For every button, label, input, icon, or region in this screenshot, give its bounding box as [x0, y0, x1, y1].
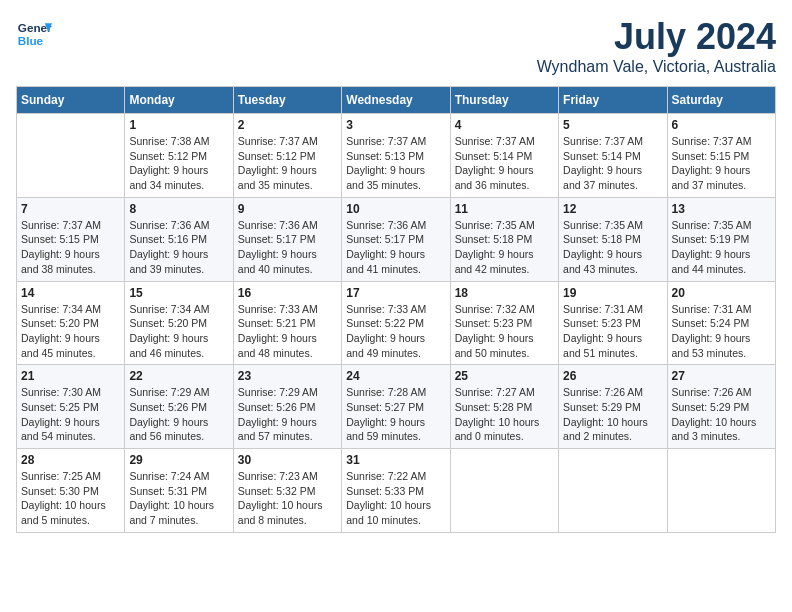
calendar-cell: 19Sunrise: 7:31 AMSunset: 5:23 PMDayligh…	[559, 281, 667, 365]
day-number: 18	[455, 286, 554, 300]
weekday-header-thursday: Thursday	[450, 87, 558, 114]
month-title: July 2024	[537, 16, 776, 58]
calendar-week-2: 7Sunrise: 7:37 AMSunset: 5:15 PMDaylight…	[17, 197, 776, 281]
calendar-cell: 29Sunrise: 7:24 AMSunset: 5:31 PMDayligh…	[125, 449, 233, 533]
day-number: 11	[455, 202, 554, 216]
calendar-cell: 25Sunrise: 7:27 AMSunset: 5:28 PMDayligh…	[450, 365, 558, 449]
day-number: 22	[129, 369, 228, 383]
day-number: 21	[21, 369, 120, 383]
day-detail: Sunrise: 7:34 AMSunset: 5:20 PMDaylight:…	[21, 302, 120, 361]
day-number: 2	[238, 118, 337, 132]
calendar-cell: 2Sunrise: 7:37 AMSunset: 5:12 PMDaylight…	[233, 114, 341, 198]
calendar-cell: 17Sunrise: 7:33 AMSunset: 5:22 PMDayligh…	[342, 281, 450, 365]
calendar-cell: 8Sunrise: 7:36 AMSunset: 5:16 PMDaylight…	[125, 197, 233, 281]
day-number: 23	[238, 369, 337, 383]
day-number: 19	[563, 286, 662, 300]
weekday-header-wednesday: Wednesday	[342, 87, 450, 114]
weekday-header-saturday: Saturday	[667, 87, 775, 114]
day-number: 29	[129, 453, 228, 467]
day-number: 31	[346, 453, 445, 467]
weekday-header-tuesday: Tuesday	[233, 87, 341, 114]
day-detail: Sunrise: 7:37 AMSunset: 5:14 PMDaylight:…	[455, 134, 554, 193]
day-number: 25	[455, 369, 554, 383]
day-number: 30	[238, 453, 337, 467]
day-detail: Sunrise: 7:37 AMSunset: 5:15 PMDaylight:…	[21, 218, 120, 277]
day-detail: Sunrise: 7:37 AMSunset: 5:15 PMDaylight:…	[672, 134, 771, 193]
day-detail: Sunrise: 7:36 AMSunset: 5:16 PMDaylight:…	[129, 218, 228, 277]
day-detail: Sunrise: 7:25 AMSunset: 5:30 PMDaylight:…	[21, 469, 120, 528]
day-number: 27	[672, 369, 771, 383]
day-detail: Sunrise: 7:37 AMSunset: 5:12 PMDaylight:…	[238, 134, 337, 193]
day-number: 13	[672, 202, 771, 216]
day-detail: Sunrise: 7:30 AMSunset: 5:25 PMDaylight:…	[21, 385, 120, 444]
calendar-cell	[667, 449, 775, 533]
day-number: 26	[563, 369, 662, 383]
day-number: 10	[346, 202, 445, 216]
day-number: 20	[672, 286, 771, 300]
day-detail: Sunrise: 7:28 AMSunset: 5:27 PMDaylight:…	[346, 385, 445, 444]
calendar-cell	[450, 449, 558, 533]
day-detail: Sunrise: 7:35 AMSunset: 5:19 PMDaylight:…	[672, 218, 771, 277]
day-detail: Sunrise: 7:38 AMSunset: 5:12 PMDaylight:…	[129, 134, 228, 193]
weekday-header-sunday: Sunday	[17, 87, 125, 114]
day-detail: Sunrise: 7:31 AMSunset: 5:24 PMDaylight:…	[672, 302, 771, 361]
calendar-cell: 6Sunrise: 7:37 AMSunset: 5:15 PMDaylight…	[667, 114, 775, 198]
title-block: July 2024 Wyndham Vale, Victoria, Austra…	[537, 16, 776, 76]
location-title: Wyndham Vale, Victoria, Australia	[537, 58, 776, 76]
calendar-cell: 16Sunrise: 7:33 AMSunset: 5:21 PMDayligh…	[233, 281, 341, 365]
calendar-week-3: 14Sunrise: 7:34 AMSunset: 5:20 PMDayligh…	[17, 281, 776, 365]
calendar-cell: 14Sunrise: 7:34 AMSunset: 5:20 PMDayligh…	[17, 281, 125, 365]
day-detail: Sunrise: 7:26 AMSunset: 5:29 PMDaylight:…	[672, 385, 771, 444]
day-detail: Sunrise: 7:35 AMSunset: 5:18 PMDaylight:…	[455, 218, 554, 277]
day-detail: Sunrise: 7:32 AMSunset: 5:23 PMDaylight:…	[455, 302, 554, 361]
day-number: 4	[455, 118, 554, 132]
calendar-cell: 11Sunrise: 7:35 AMSunset: 5:18 PMDayligh…	[450, 197, 558, 281]
calendar-cell: 28Sunrise: 7:25 AMSunset: 5:30 PMDayligh…	[17, 449, 125, 533]
day-number: 5	[563, 118, 662, 132]
day-detail: Sunrise: 7:33 AMSunset: 5:21 PMDaylight:…	[238, 302, 337, 361]
day-detail: Sunrise: 7:24 AMSunset: 5:31 PMDaylight:…	[129, 469, 228, 528]
calendar-cell: 13Sunrise: 7:35 AMSunset: 5:19 PMDayligh…	[667, 197, 775, 281]
day-detail: Sunrise: 7:34 AMSunset: 5:20 PMDaylight:…	[129, 302, 228, 361]
day-detail: Sunrise: 7:29 AMSunset: 5:26 PMDaylight:…	[238, 385, 337, 444]
calendar-cell: 15Sunrise: 7:34 AMSunset: 5:20 PMDayligh…	[125, 281, 233, 365]
svg-text:Blue: Blue	[18, 34, 44, 47]
day-number: 3	[346, 118, 445, 132]
day-number: 15	[129, 286, 228, 300]
weekday-header-friday: Friday	[559, 87, 667, 114]
day-detail: Sunrise: 7:31 AMSunset: 5:23 PMDaylight:…	[563, 302, 662, 361]
day-number: 8	[129, 202, 228, 216]
day-detail: Sunrise: 7:27 AMSunset: 5:28 PMDaylight:…	[455, 385, 554, 444]
day-detail: Sunrise: 7:23 AMSunset: 5:32 PMDaylight:…	[238, 469, 337, 528]
day-detail: Sunrise: 7:37 AMSunset: 5:13 PMDaylight:…	[346, 134, 445, 193]
day-detail: Sunrise: 7:33 AMSunset: 5:22 PMDaylight:…	[346, 302, 445, 361]
day-detail: Sunrise: 7:22 AMSunset: 5:33 PMDaylight:…	[346, 469, 445, 528]
day-number: 12	[563, 202, 662, 216]
calendar-cell: 22Sunrise: 7:29 AMSunset: 5:26 PMDayligh…	[125, 365, 233, 449]
calendar-cell: 5Sunrise: 7:37 AMSunset: 5:14 PMDaylight…	[559, 114, 667, 198]
calendar-cell: 10Sunrise: 7:36 AMSunset: 5:17 PMDayligh…	[342, 197, 450, 281]
weekday-header-monday: Monday	[125, 87, 233, 114]
day-detail: Sunrise: 7:35 AMSunset: 5:18 PMDaylight:…	[563, 218, 662, 277]
calendar-week-1: 1Sunrise: 7:38 AMSunset: 5:12 PMDaylight…	[17, 114, 776, 198]
logo-icon: General Blue	[16, 16, 52, 52]
day-number: 7	[21, 202, 120, 216]
day-number: 17	[346, 286, 445, 300]
day-number: 9	[238, 202, 337, 216]
calendar-week-5: 28Sunrise: 7:25 AMSunset: 5:30 PMDayligh…	[17, 449, 776, 533]
calendar-cell: 31Sunrise: 7:22 AMSunset: 5:33 PMDayligh…	[342, 449, 450, 533]
calendar-cell: 3Sunrise: 7:37 AMSunset: 5:13 PMDaylight…	[342, 114, 450, 198]
day-detail: Sunrise: 7:36 AMSunset: 5:17 PMDaylight:…	[346, 218, 445, 277]
day-detail: Sunrise: 7:36 AMSunset: 5:17 PMDaylight:…	[238, 218, 337, 277]
calendar-cell: 23Sunrise: 7:29 AMSunset: 5:26 PMDayligh…	[233, 365, 341, 449]
calendar-cell	[559, 449, 667, 533]
calendar-cell: 21Sunrise: 7:30 AMSunset: 5:25 PMDayligh…	[17, 365, 125, 449]
calendar-cell: 1Sunrise: 7:38 AMSunset: 5:12 PMDaylight…	[125, 114, 233, 198]
page-header: General Blue July 2024 Wyndham Vale, Vic…	[16, 16, 776, 76]
day-number: 1	[129, 118, 228, 132]
calendar-cell: 12Sunrise: 7:35 AMSunset: 5:18 PMDayligh…	[559, 197, 667, 281]
day-number: 16	[238, 286, 337, 300]
calendar-cell: 7Sunrise: 7:37 AMSunset: 5:15 PMDaylight…	[17, 197, 125, 281]
day-number: 28	[21, 453, 120, 467]
calendar-cell: 24Sunrise: 7:28 AMSunset: 5:27 PMDayligh…	[342, 365, 450, 449]
